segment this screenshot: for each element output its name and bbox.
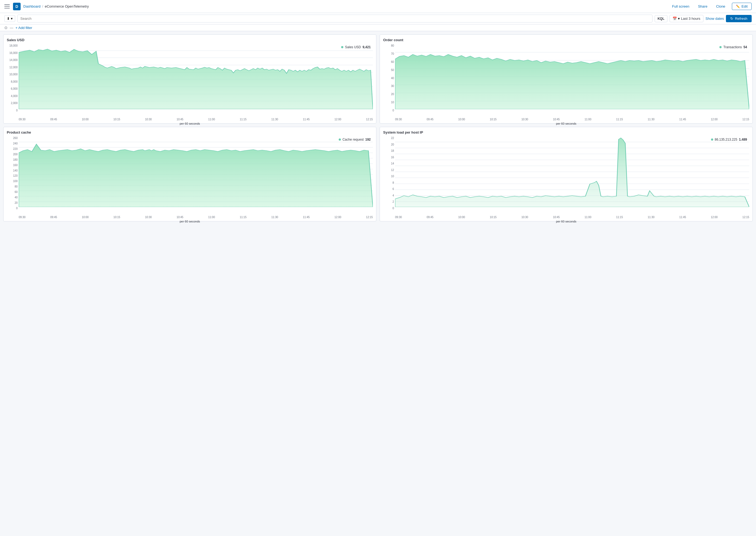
share-button[interactable]: Share	[696, 3, 710, 10]
top-navigation: D Dashboard / eCommerce OpenTelemetry Fu…	[0, 0, 756, 13]
pencil-icon: ✏️	[736, 5, 740, 8]
product-cache-panel: Product cache Cache request 192 26024022…	[3, 127, 377, 221]
dashboard-grid: Sales USD Sales USD 9,421 18,00016,00014…	[0, 31, 756, 225]
sales-usd-chart-inner	[19, 44, 373, 109]
system-load-x-axis: 09:3009:4510:0010:1510:3010:4511:0011:15…	[395, 215, 749, 219]
sales-usd-x-label: per 60 seconds	[7, 122, 373, 125]
sales-usd-panel: Sales USD Sales USD 9,421 18,00016,00014…	[3, 34, 377, 123]
product-cache-svg	[19, 137, 373, 207]
sales-usd-y-axis: 18,00016,00014,00012,00010,0008,0006,000…	[7, 44, 19, 112]
product-cache-title: Product cache	[7, 130, 373, 134]
time-label: Last 3 hours	[681, 17, 701, 20]
order-count-chart-inner	[395, 44, 749, 109]
filter-bar: ⬇ ▾ KQL 📅 ▾ Last 3 hours Show dates ↻ Re…	[0, 13, 756, 24]
order-count-chart-wrapper: Transactions 54 80706050403020100	[383, 44, 749, 120]
sales-usd-chart-wrapper: Sales USD 9,421 18,00016,00014,00012,000…	[7, 44, 373, 120]
fullscreen-button[interactable]: Full screen	[670, 3, 692, 10]
refresh-icon: ↻	[730, 17, 733, 20]
breadcrumb-current: eCommerce OpenTelemetry	[45, 4, 89, 8]
system-load-svg	[395, 137, 749, 207]
product-cache-chart-wrapper: Cache request 192 2602402202001801601401…	[7, 137, 373, 218]
svg-marker-42	[395, 138, 749, 207]
show-dates-button[interactable]: Show dates	[706, 17, 724, 20]
hamburger-menu[interactable]	[4, 4, 10, 9]
svg-marker-17	[395, 54, 749, 109]
order-count-x-label: per 60 seconds	[383, 122, 749, 125]
clone-button[interactable]: Clone	[714, 3, 728, 10]
add-filter-bar: ⊙ — + Add filter	[0, 24, 756, 31]
refresh-button[interactable]: ↻ Refresh	[726, 15, 752, 22]
calendar-icon: 📅	[673, 17, 677, 20]
search-input[interactable]	[17, 15, 652, 22]
sales-usd-title: Sales USD	[7, 38, 373, 42]
breadcrumb: Dashboard / eCommerce OpenTelemetry	[23, 4, 670, 8]
time-picker-button[interactable]: 📅 ▾ Last 3 hours	[670, 15, 704, 22]
product-cache-x-label: per 60 seconds	[7, 220, 373, 223]
system-load-y-axis: 2220181614121086420	[383, 137, 395, 210]
order-count-panel: Order count Transactions 54 807060504030…	[379, 34, 753, 123]
system-load-chart-inner	[395, 137, 749, 207]
edit-button[interactable]: ✏️ Edit	[732, 3, 752, 10]
order-count-svg	[395, 44, 749, 109]
filter-icon: ⊙	[4, 25, 8, 30]
save-query-button[interactable]: ⬇ ▾	[4, 15, 15, 22]
system-load-chart-wrapper: 86.135.213.225 1.489 2220181614121086420	[383, 137, 749, 218]
product-cache-y-axis: 260240220200180160140120100806040200	[7, 137, 19, 210]
chevron-down-icon: ▾	[678, 17, 680, 20]
sales-usd-svg	[19, 44, 373, 109]
product-cache-x-axis: 09:3009:4510:0010:1510:3010:4511:0011:15…	[19, 215, 373, 219]
system-load-title: System load per host IP	[383, 130, 749, 134]
app-icon: D	[13, 3, 20, 10]
filter-bar-left: ⬇ ▾ KQL	[4, 15, 667, 22]
order-count-y-axis: 80706050403020100	[383, 44, 395, 112]
chevron-down-icon: ▾	[11, 17, 13, 20]
add-filter-button[interactable]: + Add filter	[16, 26, 32, 30]
breadcrumb-parent[interactable]: Dashboard	[23, 4, 41, 8]
system-load-panel: System load per host IP 86.135.213.225 1…	[379, 127, 753, 221]
svg-marker-30	[19, 144, 373, 207]
save-icon: ⬇	[7, 17, 10, 20]
product-cache-chart-inner	[19, 137, 373, 207]
order-count-x-axis: 09:3009:4510:0010:1510:3010:4511:0011:15…	[395, 117, 749, 121]
order-count-title: Order count	[383, 38, 749, 42]
nav-actions: Full screen Share Clone ✏️ Edit	[670, 3, 752, 10]
breadcrumb-separator: /	[42, 4, 43, 8]
kql-button[interactable]: KQL	[655, 15, 667, 22]
filter-dash: —	[10, 26, 13, 30]
search-input-wrap	[17, 15, 652, 22]
svg-marker-9	[19, 49, 373, 109]
sales-usd-x-axis: 09:3009:4510:0010:1510:3010:4511:0011:15…	[19, 117, 373, 121]
system-load-x-label: per 60 seconds	[383, 220, 749, 223]
